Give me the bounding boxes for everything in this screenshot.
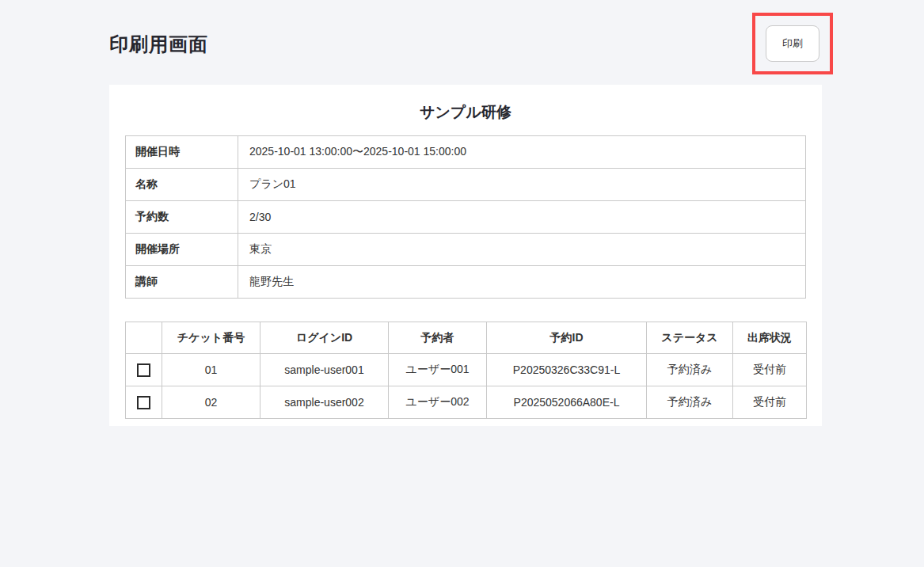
session-info-table: 開催日時 2025-10-01 13:00:00〜2025-10-01 15:0… [125, 135, 806, 299]
row-checkbox[interactable] [137, 363, 150, 377]
header-ticket-no: チケット番号 [162, 322, 260, 354]
header-login-id: ログインID [260, 322, 389, 354]
attendees-header-row: チケット番号 ログインID 予約者 予約ID ステータス 出席状況 [126, 322, 807, 354]
info-row-location: 開催場所 東京 [126, 234, 806, 266]
login-id-cell: sample-user002 [260, 386, 389, 419]
training-title: サンプル研修 [125, 102, 806, 123]
attendance-cell: 受付前 [733, 386, 807, 419]
reserver-cell: ユーザー001 [389, 354, 487, 386]
header-reservation-id: 予約ID [487, 322, 647, 354]
row-checkbox[interactable] [137, 396, 150, 409]
attendee-row: 02 sample-user002 ユーザー002 P2025052066A80… [126, 386, 807, 419]
checkbox-cell [126, 354, 162, 386]
attendee-row: 01 sample-user001 ユーザー001 P20250326C33C9… [126, 354, 807, 386]
print-button[interactable]: 印刷 [766, 25, 819, 62]
info-value: 2/30 [238, 201, 806, 234]
info-value: 東京 [238, 234, 806, 266]
reservation-id-cell: P20250326C33C91-L [487, 354, 647, 386]
header-reserver: 予約者 [389, 322, 487, 354]
status-cell: 予約済み [647, 354, 733, 386]
login-id-cell: sample-user001 [260, 354, 389, 386]
ticket-no-cell: 01 [162, 354, 260, 386]
info-label: 予約数 [126, 201, 238, 234]
page-title: 印刷用画面 [109, 32, 208, 57]
attendance-cell: 受付前 [733, 354, 807, 386]
info-label: 名称 [126, 169, 238, 201]
status-cell: 予約済み [647, 386, 733, 419]
reserver-cell: ユーザー002 [389, 386, 487, 419]
print-preview-card: サンプル研修 開催日時 2025-10-01 13:00:00〜2025-10-… [109, 85, 822, 426]
info-label: 開催場所 [126, 234, 238, 266]
attendees-table: チケット番号 ログインID 予約者 予約ID ステータス 出席状況 01 sam… [125, 322, 807, 419]
ticket-no-cell: 02 [162, 386, 260, 419]
info-row-instructor: 講師 龍野先生 [126, 266, 806, 299]
info-row-reservations: 予約数 2/30 [126, 201, 806, 234]
checkbox-cell [126, 386, 162, 419]
header-attendance: 出席状況 [733, 322, 807, 354]
info-label: 講師 [126, 266, 238, 299]
info-value: プラン01 [238, 169, 806, 201]
print-button-highlight: 印刷 [752, 13, 833, 74]
header-checkbox-col [126, 322, 162, 354]
header-status: ステータス [647, 322, 733, 354]
info-row-datetime: 開催日時 2025-10-01 13:00:00〜2025-10-01 15:0… [126, 136, 806, 169]
info-label: 開催日時 [126, 136, 238, 169]
info-row-name: 名称 プラン01 [126, 169, 806, 201]
info-value: 2025-10-01 13:00:00〜2025-10-01 15:00:00 [238, 136, 806, 169]
reservation-id-cell: P2025052066A80E-L [487, 386, 647, 419]
info-value: 龍野先生 [238, 266, 806, 299]
